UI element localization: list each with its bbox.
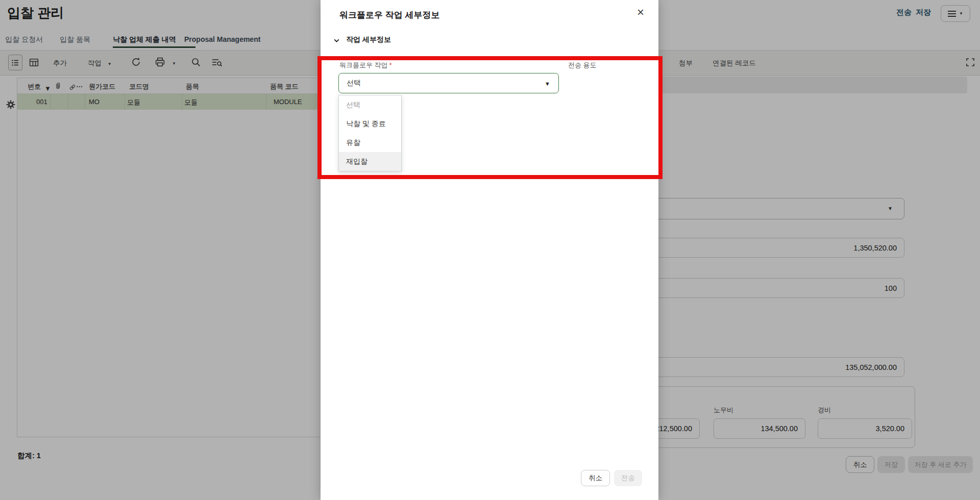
chevron-down-icon [333,37,340,44]
modal-cancel-button[interactable]: 취소 [581,470,610,486]
section-collapse-toggle[interactable] [333,37,340,44]
annotation-highlight-box [317,56,663,179]
modal-submit-button[interactable]: 전송 [614,470,642,486]
modal-title: 워크플로우 작업 세부정보 [339,9,439,21]
section-title: 작업 세부정보 [346,35,391,44]
close-icon[interactable]: × [637,5,644,19]
